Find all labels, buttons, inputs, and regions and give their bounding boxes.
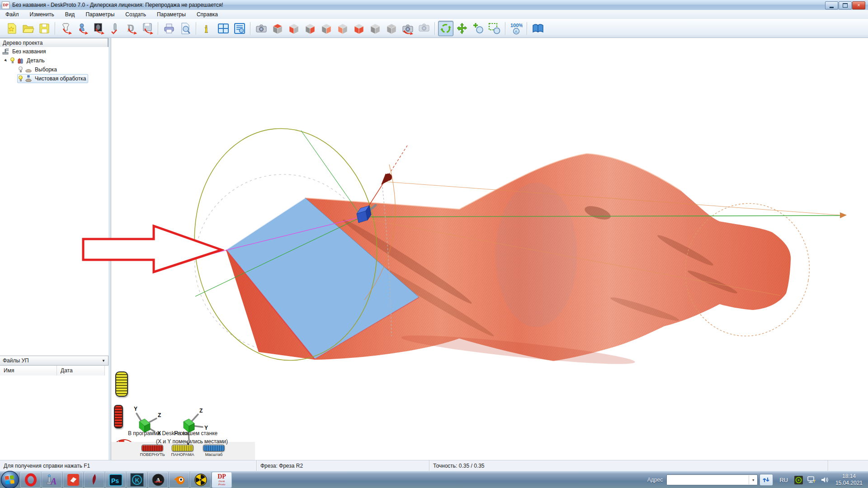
save-project-icon[interactable]	[37, 21, 52, 36]
pan-view-icon[interactable]	[454, 21, 470, 36]
status-hint: Для получения справки нажать F1	[0, 460, 257, 471]
rotate-mode-button[interactable]	[142, 445, 163, 451]
view-top-icon[interactable]	[270, 21, 285, 36]
view-left-icon[interactable]	[335, 21, 350, 36]
visibility-bulb-icon[interactable]	[18, 66, 23, 73]
close-button[interactable]: ×	[852, 1, 865, 9]
svg-text:A: A	[50, 476, 57, 486]
svg-text:i: i	[205, 23, 208, 35]
maximize-button[interactable]	[839, 1, 852, 9]
network-tray-icon[interactable]	[807, 475, 816, 484]
tree-item-2[interactable]: Выборка	[0, 65, 108, 74]
sketchup-icon[interactable]	[63, 472, 83, 488]
deskproto-icon[interactable]: DPDeskProto	[212, 472, 232, 488]
view-bottom-icon[interactable]	[351, 21, 367, 36]
tree-item-0[interactable]: Без названия	[0, 47, 108, 56]
nvidia-tray-icon[interactable]	[794, 476, 803, 484]
new-project-icon[interactable]	[4, 21, 19, 36]
nc-files-collapse-icon[interactable]: ▼	[102, 359, 105, 363]
column-date[interactable]: Дата	[57, 366, 105, 375]
view-front-icon[interactable]	[286, 21, 302, 36]
view-iso-icon[interactable]	[368, 21, 383, 36]
tree-item-label: Без названия	[12, 48, 46, 55]
deskproto-window: DP Без названия - DeskProto 7.0 - Дилерс…	[0, 0, 868, 488]
minimize-button[interactable]	[825, 1, 838, 9]
toolbar-separator	[505, 22, 506, 35]
toolbar-separator	[434, 22, 435, 35]
zoom-rect-icon[interactable]	[487, 21, 502, 36]
help-icon[interactable]	[530, 21, 546, 36]
parameter-list-icon[interactable]	[232, 21, 247, 36]
pan-mode-button[interactable]	[172, 445, 193, 451]
refresh-button[interactable]	[760, 474, 773, 486]
tool-cone	[381, 174, 392, 185]
viewport-3d[interactable]: Y Z X Z Y X В программе DeskProto На ваш…	[111, 38, 868, 460]
menu-item-4[interactable]: Создать	[120, 10, 151, 19]
info-icon[interactable]: i	[199, 21, 215, 36]
print-preview-icon[interactable]	[178, 21, 193, 36]
visibility-bulb-icon[interactable]	[18, 75, 23, 82]
menu-item-3[interactable]: Параметры	[80, 10, 120, 19]
menu-item-2[interactable]: Вид	[60, 10, 80, 19]
nc-files-header[interactable]: Файлы УП ▼	[0, 356, 108, 366]
visibility-bulb-icon[interactable]	[10, 57, 15, 64]
volume-tray-icon[interactable]	[820, 475, 829, 484]
flame-icon[interactable]	[84, 472, 104, 488]
status-precision: Точность: 0.35 / 0.35	[429, 460, 828, 471]
recall-view-icon[interactable]	[400, 21, 415, 36]
address-input[interactable]	[667, 476, 749, 484]
opera-icon[interactable]	[20, 472, 41, 488]
zoom-slider[interactable]	[115, 371, 128, 397]
kompas-icon[interactable]: K	[127, 472, 147, 488]
toolbar-separator	[250, 22, 251, 35]
zoom-in-icon[interactable]	[471, 21, 486, 36]
tree-item-1[interactable]: ▶Деталь	[0, 56, 108, 65]
blender-icon[interactable]	[169, 472, 189, 488]
toolbar-separator	[158, 22, 159, 35]
address-combo[interactable]: ▼	[666, 474, 758, 485]
address-dropdown-icon[interactable]: ▼	[749, 475, 757, 484]
radiation-icon[interactable]	[190, 472, 211, 488]
clock[interactable]: 18:14 15.04.2021	[835, 473, 863, 487]
toolbar-separator	[55, 22, 56, 35]
rotate-view-icon[interactable]	[438, 21, 453, 36]
open-project-icon[interactable]	[20, 21, 36, 36]
open-vector-icon[interactable]	[107, 21, 123, 36]
menu-item-5[interactable]: Параметры	[151, 10, 191, 19]
photoshop-icon[interactable]: Ps	[105, 472, 126, 488]
start-button[interactable]	[0, 472, 20, 488]
open-bitmap-icon[interactable]	[91, 21, 106, 36]
store-view-icon[interactable]	[416, 21, 432, 36]
column-name[interactable]: Имя	[0, 366, 57, 375]
menu-bar: ФайлИзменитьВидПараметрыСоздатьПараметры…	[0, 10, 868, 19]
print-icon[interactable]	[161, 21, 177, 36]
view-right-icon[interactable]	[302, 21, 318, 36]
part-icon	[17, 57, 25, 64]
view-axo-icon[interactable]	[384, 21, 399, 36]
menu-item-6[interactable]: Справка	[191, 10, 223, 19]
zoom-100-icon[interactable]: 100%A	[509, 21, 524, 36]
tree-item-label: Деталь	[27, 57, 45, 64]
axis-label: Z	[158, 412, 161, 418]
rotate-slider[interactable]	[114, 405, 123, 428]
zoom-mode-button[interactable]	[203, 445, 225, 451]
title-bar[interactable]: DP Без названия - DeskProto 7.0 - Дилерс…	[0, 0, 868, 10]
nc-files-list[interactable]	[0, 375, 108, 460]
write-nc-file-icon[interactable]	[140, 21, 155, 36]
language-indicator[interactable]: RU	[779, 477, 788, 483]
view-back-icon[interactable]	[319, 21, 334, 36]
expander-icon[interactable]: ▶	[2, 57, 9, 64]
tree-item-3[interactable]: Чистовая обработка	[0, 74, 108, 83]
svg-text:A: A	[156, 476, 160, 483]
open-geometry-icon[interactable]	[58, 21, 74, 36]
agisoft-icon[interactable]: A	[148, 472, 168, 488]
menu-item-1[interactable]: Изменить	[24, 10, 60, 19]
open-text-icon[interactable]: D	[123, 21, 139, 36]
artcam-icon[interactable]: A	[42, 472, 62, 488]
project-tree-title: Дерево проекта	[3, 40, 42, 46]
snapshot-icon[interactable]	[254, 21, 269, 36]
menu-item-0[interactable]: Файл	[0, 10, 24, 19]
window-layout-icon[interactable]	[216, 21, 231, 36]
open-relief-icon[interactable]	[75, 21, 90, 36]
refresh-arrows-icon	[762, 476, 770, 484]
